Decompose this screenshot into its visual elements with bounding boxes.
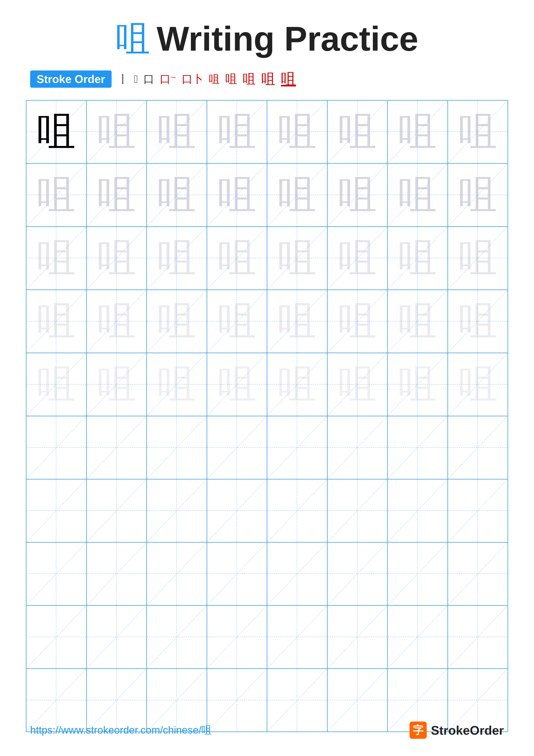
grid-cell-3-3[interactable]: 咀 xyxy=(147,227,207,289)
grid-cell-6-7[interactable] xyxy=(388,417,448,479)
grid-cell-4-2[interactable]: 咀 xyxy=(87,290,147,353)
grid-cell-9-5[interactable] xyxy=(267,606,328,668)
grid-cell-4-1[interactable]: 咀 xyxy=(27,290,87,353)
stroke-9: 咀 xyxy=(261,69,275,89)
grid-cell-2-7[interactable]: 咀 xyxy=(388,164,448,226)
practice-char-faint: 咀 xyxy=(217,302,256,341)
grid-cell-1-3[interactable]: 咀 xyxy=(147,101,207,163)
grid-cell-5-4[interactable]: 咀 xyxy=(207,353,267,416)
grid-row-8 xyxy=(27,543,507,606)
grid-cell-8-4[interactable] xyxy=(207,543,267,605)
grid-cell-4-6[interactable]: 咀 xyxy=(328,290,388,353)
grid-cell-3-6[interactable]: 咀 xyxy=(328,227,388,289)
grid-cell-6-1[interactable] xyxy=(27,417,87,479)
grid-cell-7-3[interactable] xyxy=(147,479,207,542)
practice-char-faint: 咀 xyxy=(398,365,437,404)
grid-cell-3-1[interactable]: 咀 xyxy=(27,227,87,289)
grid-cell-2-5[interactable]: 咀 xyxy=(267,164,328,226)
grid-cell-8-8[interactable] xyxy=(448,543,508,605)
grid-cell-6-8[interactable] xyxy=(448,417,508,479)
grid-cell-9-8[interactable] xyxy=(448,606,508,668)
grid-cell-5-5[interactable]: 咀 xyxy=(267,353,328,416)
grid-cell-3-4[interactable]: 咀 xyxy=(207,227,267,289)
grid-row-2: 咀 咀 咀 咀 咀 咀 咀 xyxy=(27,164,507,227)
grid-cell-2-8[interactable]: 咀 xyxy=(448,164,508,226)
grid-cell-1-6[interactable]: 咀 xyxy=(328,101,388,163)
grid-cell-9-4[interactable] xyxy=(207,606,267,668)
stroke-6: 咀 xyxy=(209,72,220,86)
grid-cell-5-8[interactable]: 咀 xyxy=(448,353,508,416)
practice-char-faint: 咀 xyxy=(278,302,317,341)
grid-cell-1-4[interactable]: 咀 xyxy=(207,101,267,163)
grid-cell-2-6[interactable]: 咀 xyxy=(328,164,388,226)
grid-cell-1-7[interactable]: 咀 xyxy=(388,101,448,163)
grid-cell-9-1[interactable] xyxy=(27,606,87,668)
grid-cell-6-5[interactable] xyxy=(267,417,328,479)
grid-cell-3-7[interactable]: 咀 xyxy=(388,227,448,289)
practice-char-ghost: 咀 xyxy=(338,113,377,151)
grid-cell-9-7[interactable] xyxy=(388,606,448,668)
grid-cell-4-3[interactable]: 咀 xyxy=(147,290,207,353)
footer-url[interactable]: https://www.strokeorder.com/chinese/咀 xyxy=(30,723,212,737)
grid-cell-9-2[interactable] xyxy=(87,606,147,668)
grid-cell-8-3[interactable] xyxy=(147,543,207,605)
practice-char-faint: 咀 xyxy=(398,239,437,278)
grid-cell-6-2[interactable] xyxy=(87,417,147,479)
grid-cell-7-5[interactable] xyxy=(267,479,328,542)
grid-cell-7-8[interactable] xyxy=(448,479,508,542)
grid-cell-5-7[interactable]: 咀 xyxy=(388,353,448,416)
grid-cell-5-2[interactable]: 咀 xyxy=(87,353,147,416)
stroke-5: 口卜 xyxy=(182,72,203,86)
grid-cell-2-3[interactable]: 咀 xyxy=(147,164,207,226)
grid-cell-4-8[interactable]: 咀 xyxy=(448,290,508,353)
grid-cell-3-2[interactable]: 咀 xyxy=(87,227,147,289)
practice-grid: 咀 咀 咀 咀 咀 咀 咀 xyxy=(26,100,508,732)
footer-brand: 字 StrokeOrder xyxy=(410,721,504,739)
grid-cell-2-2[interactable]: 咀 xyxy=(87,164,147,226)
grid-cell-7-2[interactable] xyxy=(87,479,147,542)
grid-cell-3-8[interactable]: 咀 xyxy=(448,227,508,289)
grid-cell-1-2[interactable]: 咀 xyxy=(87,101,147,163)
grid-cell-9-6[interactable] xyxy=(328,606,388,668)
grid-cell-6-6[interactable] xyxy=(328,417,388,479)
grid-cell-2-1[interactable]: 咀 xyxy=(27,164,87,226)
practice-char-faint: 咀 xyxy=(278,365,317,404)
grid-row-9 xyxy=(27,606,507,669)
grid-cell-5-1[interactable]: 咀 xyxy=(27,353,87,416)
practice-char-faint: 咀 xyxy=(458,239,497,278)
practice-char-faint: 咀 xyxy=(338,239,377,278)
grid-cell-5-6[interactable]: 咀 xyxy=(328,353,388,416)
grid-cell-4-5[interactable]: 咀 xyxy=(267,290,328,353)
grid-cell-5-3[interactable]: 咀 xyxy=(147,353,207,416)
grid-cell-7-7[interactable] xyxy=(388,479,448,542)
grid-cell-6-3[interactable] xyxy=(147,417,207,479)
grid-cell-8-6[interactable] xyxy=(328,543,388,605)
grid-cell-8-2[interactable] xyxy=(87,543,147,605)
practice-char-ghost: 咀 xyxy=(278,113,317,151)
grid-cell-9-3[interactable] xyxy=(147,606,207,668)
grid-cell-8-7[interactable] xyxy=(388,543,448,605)
grid-cell-8-5[interactable] xyxy=(267,543,328,605)
title-area: 咀 Writing Practice xyxy=(116,21,418,56)
grid-cell-4-7[interactable]: 咀 xyxy=(388,290,448,353)
practice-char-faint: 咀 xyxy=(217,365,256,404)
stroke-8: 咀 xyxy=(243,70,256,88)
grid-cell-7-1[interactable] xyxy=(27,479,87,542)
grid-cell-7-4[interactable] xyxy=(207,479,267,542)
grid-cell-1-8[interactable]: 咀 xyxy=(448,101,508,163)
practice-char-ghost: 咀 xyxy=(398,113,437,151)
grid-cell-4-4[interactable]: 咀 xyxy=(207,290,267,353)
grid-row-5: 咀 咀 咀 咀 咀 咀 咀 xyxy=(27,353,507,417)
grid-cell-6-4[interactable] xyxy=(207,417,267,479)
grid-cell-2-4[interactable]: 咀 xyxy=(207,164,267,226)
brand-text: StrokeOrder xyxy=(431,723,504,738)
grid-cell-7-6[interactable] xyxy=(328,479,388,542)
grid-cell-1-1[interactable]: 咀 xyxy=(27,101,87,163)
brand-icon: 字 xyxy=(410,721,427,739)
grid-cell-1-5[interactable]: 咀 xyxy=(267,101,328,163)
practice-char-ghost: 咀 xyxy=(338,176,377,214)
grid-cell-3-5[interactable]: 咀 xyxy=(267,227,328,289)
practice-char-ghost: 咀 xyxy=(37,176,76,214)
title-character: 咀 xyxy=(116,21,150,56)
grid-cell-8-1[interactable] xyxy=(27,543,87,605)
